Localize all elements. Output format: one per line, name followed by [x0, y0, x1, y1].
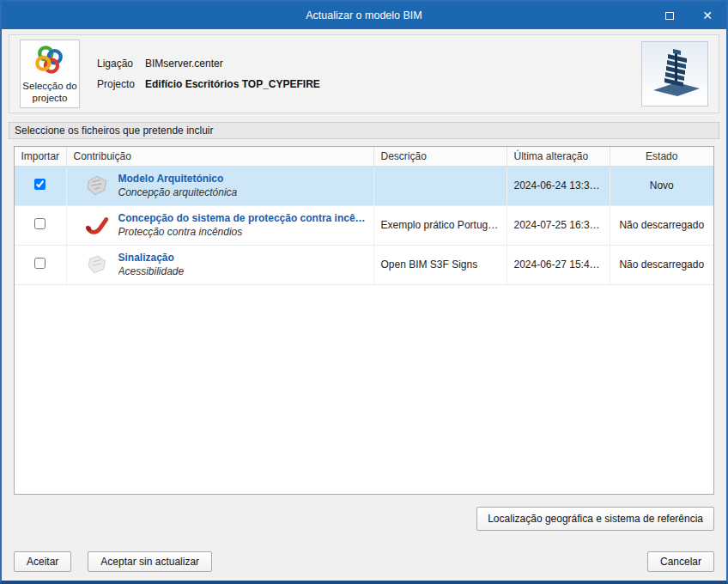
column-ultima-alteracao: Última alteração	[507, 147, 610, 166]
project-value: Edifício Escritórios TOP_CYPEFIRE	[145, 78, 320, 90]
contribution-status: Não descarregado	[610, 245, 713, 284]
window-controls: ✕	[651, 2, 726, 29]
project-label: Projecto	[97, 78, 142, 90]
contribution-subtitle: Acessibilidade	[118, 265, 185, 277]
fire-protection-icon	[84, 212, 110, 238]
table-row[interactable]: Modelo Arquitetónico Concepção arquitect…	[15, 166, 713, 205]
table-header-row: Importar Contribuição Descrição Última a…	[15, 147, 713, 166]
column-contribuicao: Contribuição	[66, 147, 373, 166]
accept-button[interactable]: Aceitar	[14, 551, 71, 572]
contribution-description: Open BIM S3F Signs	[373, 245, 507, 284]
maximize-icon	[665, 12, 674, 20]
table-row[interactable]: Sinalização Acessibilidade Open BIM S3F …	[15, 245, 713, 284]
architecture-model-icon	[84, 173, 110, 198]
cancel-button[interactable]: Cancelar	[647, 551, 714, 572]
project-selection-button[interactable]: Selecção do projecto	[20, 40, 80, 108]
geo-location-button[interactable]: Localização geográfica e sistema de refe…	[476, 507, 714, 531]
contribution-description	[373, 166, 507, 205]
table-row[interactable]: Concepção do sistema de protecção contra…	[15, 205, 713, 245]
import-checkbox[interactable]	[34, 179, 46, 190]
close-button[interactable]: ✕	[689, 2, 726, 29]
contribution-subtitle: Protecção contra incêndios	[118, 226, 367, 238]
accept-without-update-button[interactable]: Aceptar sin actualizar	[88, 551, 212, 572]
contribution-name: Modelo Arquitetónico	[118, 173, 238, 185]
project-selection-label: Selecção do projecto	[21, 80, 79, 105]
location-row: Localização geográfica e sistema de refe…	[14, 507, 714, 531]
project-header-panel: Selecção do projecto Ligação BIMserver.c…	[9, 34, 719, 113]
import-checkbox[interactable]	[34, 258, 46, 269]
maximize-button[interactable]	[651, 2, 689, 29]
close-icon: ✕	[702, 9, 713, 21]
link-label: Ligação	[97, 58, 142, 70]
contribution-status: Não descarregado	[610, 205, 713, 245]
contribution-name: Sinalização	[118, 252, 185, 264]
link-value: BIMserver.center	[145, 58, 223, 70]
project-thumbnail	[641, 41, 708, 106]
bimserver-center-logo-icon	[33, 44, 66, 77]
column-estado: Estado	[610, 147, 713, 166]
contribution-description: Exemplo prático Portugal ...	[373, 205, 507, 245]
titlebar: Actualizar o modelo BIM ✕	[2, 2, 726, 29]
import-checkbox[interactable]	[34, 218, 46, 229]
contribution-name: Concepção do sistema de protecção contra…	[118, 212, 367, 224]
section-header: Seleccione os ficheiros que pretende inc…	[9, 122, 719, 139]
contribution-modified: 2024-06-27 15:45:46	[507, 245, 610, 284]
column-descricao: Descrição	[373, 147, 507, 166]
signage-icon	[84, 252, 110, 277]
window-title: Actualizar o modelo BIM	[2, 9, 726, 21]
contribution-modified: 2024-07-25 16:36:00	[507, 205, 610, 245]
files-table: Importar Contribuição Descrição Última a…	[14, 146, 714, 495]
contribution-status: Novo	[610, 166, 713, 205]
dialog-buttons: Aceitar Aceptar sin actualizar Cancelar	[14, 551, 714, 572]
contribution-modified: 2024-06-24 13:37:51	[507, 166, 610, 205]
update-bim-model-dialog: Actualizar o modelo BIM ✕	[0, 0, 728, 584]
column-importar: Importar	[15, 147, 66, 166]
section-title: Seleccione os ficheiros que pretende inc…	[15, 125, 213, 137]
contribution-subtitle: Concepção arquitectónica	[118, 186, 238, 198]
project-info: Ligação BIMserver.center Projecto Edifíc…	[97, 58, 320, 90]
